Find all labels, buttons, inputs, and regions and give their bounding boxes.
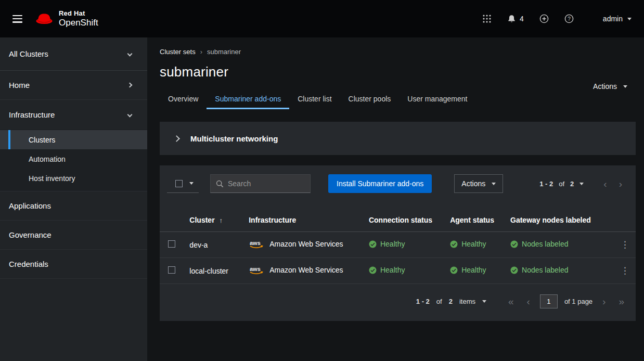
sidebar-item-applications[interactable]: Applications	[0, 191, 147, 221]
row-kebab-button[interactable]: ⋮	[621, 266, 629, 275]
notification-count: 4	[520, 15, 524, 23]
submariner-clusters-card: Install Submariner add-ons Actions 1 - 2…	[160, 165, 636, 321]
tab-cluster-list[interactable]: Cluster list	[289, 92, 340, 109]
search-box	[210, 174, 311, 193]
connection-status[interactable]: Healthy	[369, 240, 405, 248]
pagination-items-label: items	[459, 298, 475, 305]
cluster-perspective-switcher[interactable]: All Clusters	[0, 37, 147, 71]
sidebar-item-label: Credentials	[9, 260, 48, 268]
perspective-label: All Clusters	[9, 49, 48, 58]
help-button[interactable]: ?	[564, 14, 574, 23]
tab-cluster-pools[interactable]: Cluster pools	[340, 92, 400, 109]
tab-submariner-add-ons[interactable]: Submariner add-ons	[207, 92, 289, 109]
user-menu[interactable]: admin	[603, 15, 632, 23]
pagination-range: 1 - 2	[539, 180, 553, 188]
check-circle-icon	[450, 240, 458, 248]
sidebar-item-home[interactable]: Home	[0, 71, 147, 100]
select-all-checkbox[interactable]	[175, 180, 183, 187]
pagination-menu-toggle[interactable]	[482, 300, 486, 303]
clusters-table: Cluster ↑ Infrastructure Connection stat…	[160, 209, 636, 284]
agent-status[interactable]: Healthy	[450, 266, 486, 274]
sidebar-item-host-inventory[interactable]: Host inventory	[0, 169, 147, 188]
pagination-total: 2	[449, 298, 453, 305]
sort-by-cluster-button[interactable]: Cluster ↑	[189, 216, 223, 224]
table-actions-dropdown[interactable]: Actions	[454, 174, 503, 193]
search-icon	[216, 180, 224, 188]
plus-circle-icon	[539, 14, 549, 23]
current-page-input[interactable]	[540, 294, 558, 308]
nav-toggle-button[interactable]	[12, 15, 22, 23]
expandable-section-title: Multicluster networking	[190, 134, 278, 143]
sidebar-item-automation[interactable]: Automation	[0, 149, 147, 169]
previous-page-button[interactable]: ‹	[524, 296, 533, 306]
actions-label: Actions	[461, 179, 485, 188]
check-circle-icon	[510, 266, 518, 274]
page-actions-label: Actions	[593, 82, 617, 91]
chevron-down-icon	[127, 51, 133, 57]
chevron-right-icon[interactable]	[173, 135, 180, 142]
last-page-button[interactable]: »	[615, 296, 627, 306]
aws-icon: aws	[249, 265, 265, 275]
next-page-button[interactable]: ›	[599, 296, 609, 306]
page-title: submariner	[160, 64, 636, 80]
sidebar-item-label: Host inventory	[29, 174, 75, 183]
main-content: Cluster sets › submariner submariner Act…	[147, 37, 644, 361]
page-actions-dropdown[interactable]: Actions	[593, 82, 627, 91]
row-checkbox[interactable]	[168, 240, 175, 248]
previous-page-button[interactable]: ‹	[600, 179, 610, 189]
caret-down-icon	[623, 85, 627, 88]
tab-user-management[interactable]: User management	[399, 92, 475, 109]
column-header-connection-status: Connection status	[363, 209, 444, 232]
tab-overview[interactable]: Overview	[160, 92, 207, 109]
first-page-button[interactable]: «	[505, 296, 517, 306]
toolbar-pagination: 1 - 2 of 2 ‹ ›	[539, 179, 627, 189]
cluster-name: local-cluster	[189, 267, 228, 275]
breadcrumb-cluster-sets-link[interactable]: Cluster sets	[160, 48, 196, 56]
sidebar-item-label: Infrastructure	[9, 110, 55, 119]
notifications-button[interactable]: 4	[507, 15, 524, 23]
sidebar-item-label: Governance	[9, 230, 51, 239]
cluster-name: dev-a	[189, 241, 208, 249]
brand-logo: Red Hat OpenShift	[35, 9, 98, 28]
search-input[interactable]	[228, 179, 305, 188]
username: admin	[603, 15, 623, 23]
pagination-of: of	[559, 180, 564, 188]
agent-status[interactable]: Healthy	[450, 240, 486, 248]
infrastructure-subnav: Clusters Automation Host inventory	[0, 129, 147, 191]
gateway-status[interactable]: Nodes labeled	[510, 266, 569, 274]
aws-icon: aws	[249, 239, 265, 249]
sidebar-item-credentials[interactable]: Credentials	[0, 250, 147, 279]
pagination-range: 1 - 2	[416, 298, 430, 305]
row-kebab-button[interactable]: ⋮	[621, 240, 629, 249]
quick-create-button[interactable]	[539, 14, 549, 23]
chevron-down-icon	[127, 112, 133, 117]
brand-name-top: Red Hat	[59, 9, 98, 17]
sidebar-item-label: Home	[9, 81, 30, 89]
connection-status[interactable]: Healthy	[369, 266, 405, 274]
tab-bar: Overview Submariner add-ons Cluster list…	[160, 92, 636, 109]
next-page-button[interactable]: ›	[616, 179, 625, 189]
redhat-logo-icon	[35, 12, 54, 26]
connection-status-label: Healthy	[380, 266, 405, 274]
app-launcher-button[interactable]	[482, 14, 492, 23]
sidebar-item-clusters[interactable]: Clusters	[0, 130, 147, 149]
multicluster-networking-expandable[interactable]: Multicluster networking	[160, 122, 636, 155]
sidebar-item-label: Clusters	[29, 136, 55, 144]
sidebar-item-governance[interactable]: Governance	[0, 221, 147, 250]
bell-icon	[507, 15, 516, 23]
gateway-status-label: Nodes labeled	[522, 266, 569, 274]
app-grid-icon	[482, 14, 492, 23]
sidebar-item-infrastructure[interactable]: Infrastructure	[0, 100, 147, 129]
bulk-select-dropdown[interactable]	[167, 174, 199, 193]
connection-status-label: Healthy	[380, 240, 405, 248]
install-submariner-button[interactable]: Install Submariner add-ons	[328, 174, 432, 193]
row-checkbox[interactable]	[168, 266, 175, 274]
sidebar-nav: All Clusters Home Infrastructure Cluster…	[0, 37, 147, 361]
pagination-menu-toggle[interactable]	[579, 183, 584, 185]
gateway-status[interactable]: Nodes labeled	[510, 240, 569, 248]
table-toolbar: Install Submariner add-ons Actions 1 - 2…	[160, 165, 636, 201]
check-circle-icon	[510, 240, 518, 248]
question-circle-icon: ?	[564, 14, 574, 23]
caret-down-icon	[627, 18, 632, 20]
infrastructure-label: Amazon Web Services	[269, 266, 343, 274]
